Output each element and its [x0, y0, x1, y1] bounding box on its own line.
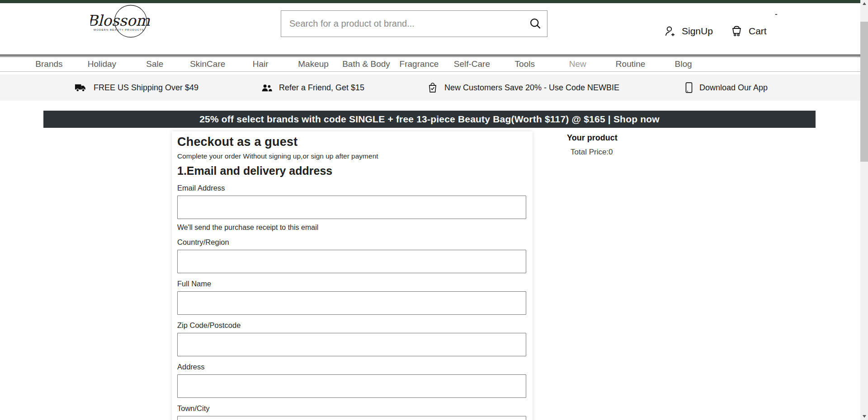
checkout-page: Blossom MODERN BEAUTY PRODUCTS SignUp [0, 0, 868, 420]
benefit-newbie-label: New Customers Save 20% - Use Code NEWBIE [444, 83, 619, 93]
benefits-bar: FREE US Shipping Over $49 Refer a Friend… [0, 75, 860, 101]
scroll-down-icon [863, 415, 866, 418]
country-region-label: Country/Region [177, 238, 526, 247]
order-summary-title: Your product [567, 133, 618, 143]
scroll-up-icon [863, 2, 866, 5]
cart-icon [731, 25, 743, 37]
email-helper-text: We'll send the purchase receipt to this … [177, 224, 526, 232]
nav-item-tools[interactable]: Tools [498, 59, 551, 69]
logo-tagline-text: MODERN BEAUTY PRODUCTS [94, 28, 144, 31]
town-city-label: Town/City [177, 404, 526, 413]
person-plus-icon [664, 25, 676, 37]
promo-banner[interactable]: 25% off select brands with code SINGLE +… [43, 111, 816, 128]
benefit-app-label: Download Our App [699, 83, 768, 93]
top-accent-bar [0, 0, 860, 3]
brand-logo[interactable]: Blossom MODERN BEAUTY PRODUCTS [90, 4, 158, 39]
search-icon [529, 18, 542, 30]
checkout-title: Checkout as a guest [177, 135, 526, 149]
site-header: Blossom MODERN BEAUTY PRODUCTS SignUp [0, 3, 860, 54]
promo-text: 25% off select brands with code SINGLE +… [199, 114, 660, 125]
benefit-app: Download Our App [685, 82, 768, 93]
signup-label: SignUp [682, 26, 713, 37]
address-label: Address [177, 363, 526, 371]
benefit-newbie-code: New Customers Save 20% - Use Code NEWBIE [428, 82, 619, 93]
cart-label: Cart [749, 26, 767, 37]
country-region-input[interactable] [177, 250, 526, 273]
scrollbar-up-button[interactable] [860, 0, 868, 7]
search-button[interactable] [524, 11, 547, 37]
search-bar [281, 10, 547, 37]
nav-item-brands[interactable]: Brands [23, 59, 75, 69]
bag-check-icon [428, 82, 438, 93]
zip-postcode-input[interactable] [177, 333, 526, 356]
email-address-label: Email Address [177, 184, 526, 192]
full-name-label: Full Name [177, 280, 526, 288]
benefit-referral: Refer a Friend, Get $15 [261, 83, 364, 93]
zip-postcode-label: Zip Code/Postcode [177, 321, 526, 330]
nav-item-sale[interactable]: Sale [128, 59, 181, 69]
nav-item-holiday[interactable]: Holiday [75, 59, 128, 69]
people-icon [261, 83, 272, 92]
nav-item-fragrance[interactable]: Fragrance [392, 59, 445, 69]
full-name-input[interactable] [177, 291, 526, 315]
logo-brand-text: Blossom [90, 12, 151, 29]
email-address-input[interactable] [177, 196, 526, 219]
checkout-subtitle: Complete your order Without signing up,o… [177, 152, 526, 160]
nav-item-makeup[interactable]: Makeup [287, 59, 340, 69]
nav-item-hair[interactable]: Hair [234, 59, 287, 69]
nav-item-new[interactable]: New [551, 59, 604, 69]
search-input[interactable] [281, 11, 524, 37]
order-total-price: Total Price:0 [571, 148, 613, 157]
cart-button[interactable]: Cart [731, 23, 767, 39]
town-city-input[interactable] [177, 416, 526, 420]
blossom-logo-icon: Blossom MODERN BEAUTY PRODUCTS [90, 4, 158, 39]
benefit-shipping: FREE US Shipping Over $49 [75, 83, 198, 93]
phone-icon [685, 82, 693, 93]
nav-item-blog[interactable]: Blog [657, 59, 710, 69]
scrollbar-thumb[interactable] [860, 22, 868, 162]
main-nav: Brands Holiday Sale SkinCare Hair Makeup… [0, 55, 860, 72]
stray-dash: - [775, 9, 778, 19]
scrollbar-down-button[interactable] [860, 413, 868, 420]
truck-icon [75, 83, 87, 93]
nav-item-skincare[interactable]: SkinCare [181, 59, 234, 69]
nav-item-self-care[interactable]: Self-Care [445, 59, 498, 69]
page-scrollbar[interactable] [860, 0, 868, 420]
signup-button[interactable]: SignUp [664, 23, 713, 39]
checkout-card: Checkout as a guest Complete your order … [172, 131, 533, 420]
address-input[interactable] [177, 374, 526, 398]
benefit-referral-label: Refer a Friend, Get $15 [279, 83, 364, 93]
nav-item-routine[interactable]: Routine [604, 59, 657, 69]
benefit-shipping-label: FREE US Shipping Over $49 [94, 83, 198, 93]
nav-item-bath-body[interactable]: Bath & Body [340, 59, 393, 69]
delivery-section-title: 1.Email and delivery address [177, 164, 526, 177]
